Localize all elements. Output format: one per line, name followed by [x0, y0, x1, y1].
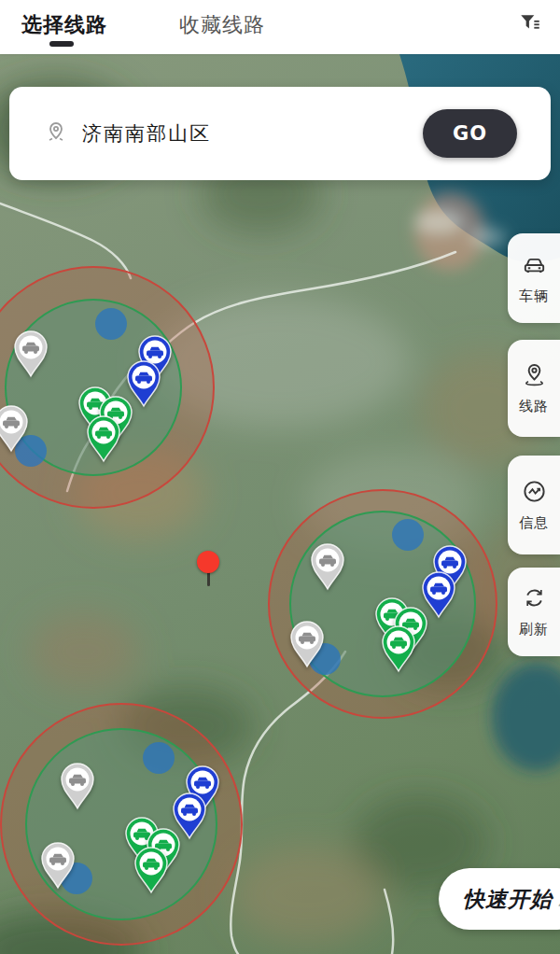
side-button-routes[interactable]: 线路 — [508, 340, 560, 437]
area-dot-marker — [143, 742, 175, 774]
location-pin-icon — [45, 120, 67, 147]
vehicle-pin-gray[interactable] — [288, 620, 326, 668]
car-icon — [522, 252, 547, 281]
side-button-label: 车辆 — [519, 288, 549, 305]
filter-icon — [518, 11, 542, 39]
side-button-vehicles[interactable]: 车辆 — [508, 233, 560, 323]
vehicle-pin-gray[interactable] — [0, 404, 30, 453]
vehicle-pin-green[interactable] — [133, 846, 170, 894]
vehicle-pin-green[interactable] — [85, 414, 122, 463]
tab-select-route[interactable]: 选择线路 — [21, 13, 107, 37]
go-button[interactable]: GO — [423, 109, 517, 158]
center-pushpin — [197, 551, 219, 573]
vehicle-pin-gray[interactable] — [59, 762, 96, 810]
quick-start-label: 快速开始 — [463, 885, 553, 914]
search-location-text[interactable]: 济南南部山区 — [82, 120, 423, 147]
side-button-label: 信息 — [519, 514, 549, 532]
quick-start-button[interactable]: 快速开始 》 — [439, 868, 560, 930]
top-tab-bar: 选择线路 收藏线路 — [0, 0, 560, 54]
refresh-icon — [522, 585, 547, 614]
map-annotations-layer — [0, 54, 560, 954]
area-dot-marker — [95, 308, 127, 340]
vehicle-pin-gray[interactable] — [39, 841, 77, 890]
tab-favorite-routes[interactable]: 收藏线路 — [179, 13, 265, 37]
side-button-refresh[interactable]: 刷新 — [508, 568, 560, 656]
side-button-label: 刷新 — [519, 621, 549, 638]
route-pin-icon — [522, 362, 547, 391]
search-card: 济南南部山区 GO — [9, 87, 551, 180]
vehicle-pin-green[interactable] — [380, 624, 417, 673]
area-dot-marker — [392, 519, 424, 551]
satellite-map[interactable]: 济南南部山区 GO 车辆 线路 — [0, 54, 560, 954]
active-tab-indicator — [49, 41, 74, 47]
vehicle-pin-gray[interactable] — [12, 330, 49, 378]
side-button-label: 线路 — [519, 398, 549, 415]
filter-button[interactable] — [515, 10, 545, 40]
info-pulse-icon — [522, 479, 547, 508]
side-button-info[interactable]: 信息 — [508, 456, 560, 554]
vehicle-pin-gray[interactable] — [309, 542, 346, 591]
